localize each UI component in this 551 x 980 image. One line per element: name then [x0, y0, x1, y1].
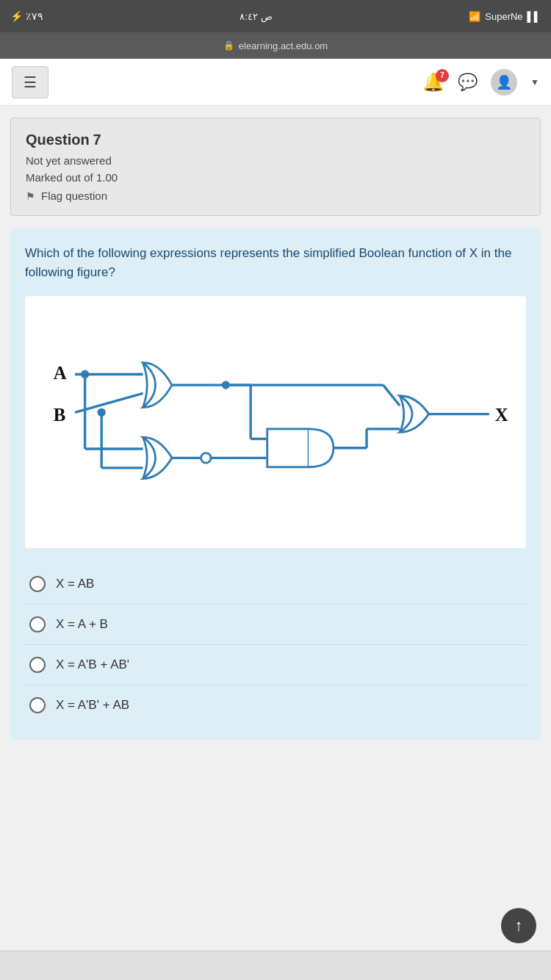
dropdown-arrow-icon[interactable]: ▼	[530, 77, 539, 87]
scroll-up-icon: ↑	[515, 916, 523, 935]
radio-button-4[interactable]	[29, 697, 46, 713]
scroll-up-button[interactable]: ↑	[501, 908, 536, 943]
status-right: 📶 SuperNe ▌▌	[469, 11, 541, 22]
answer-text-1: X = AB	[56, 577, 94, 591]
signal-bars: ▌▌	[527, 11, 541, 22]
lock-icon: 🔒	[223, 40, 234, 51]
radio-button-2[interactable]	[29, 616, 46, 633]
status-center: ص ٨:٤٢	[43, 11, 469, 22]
flag-question-button[interactable]: ⚑ Flag question	[26, 190, 525, 202]
battery-icon: ⚡ ٪٧٩	[10, 10, 43, 22]
nav-bar: ☰ 🔔 7 💬 👤 ▼	[0, 59, 551, 106]
notification-bell[interactable]: 🔔 7	[422, 72, 444, 93]
svg-rect-16	[267, 429, 309, 467]
answer-option-1[interactable]: X = AB	[25, 564, 526, 605]
answer-options: X = AB X = A + B X = A'B + AB' X = A'B' …	[25, 564, 526, 725]
svg-point-11	[201, 453, 212, 463]
chat-icon[interactable]: 💬	[458, 73, 478, 92]
svg-point-24	[81, 370, 89, 378]
url-text: elearning.act.edu.om	[239, 40, 328, 51]
bottom-bar	[0, 951, 551, 980]
question-info-box: Question 7 Not yet answered Marked out o…	[10, 118, 541, 216]
radio-button-3[interactable]	[29, 657, 46, 673]
answer-option-2[interactable]: X = A + B	[25, 605, 526, 645]
avatar-icon: 👤	[496, 74, 512, 90]
question-body: Which of the following expressions repre…	[10, 228, 541, 740]
avatar[interactable]: 👤	[491, 69, 517, 96]
answer-option-4[interactable]: X = A'B' + AB	[25, 685, 526, 725]
svg-text:X: X	[495, 404, 508, 424]
flag-icon: ⚑	[26, 190, 35, 202]
svg-point-23	[98, 408, 106, 416]
notification-badge: 7	[436, 69, 449, 82]
wifi-icon: 📶	[469, 11, 480, 22]
svg-text:B: B	[54, 404, 66, 424]
network-name: SuperNe	[485, 11, 522, 22]
status-left: ⚡ ٪٧٩	[10, 10, 43, 22]
question-text: Which of the following expressions repre…	[25, 244, 526, 283]
question-marked: Marked out of 1.00	[26, 171, 525, 184]
circuit-diagram-svg: A B X	[35, 306, 516, 538]
answer-text-4: X = A'B' + AB	[56, 698, 129, 713]
logic-gate-diagram: A B X	[25, 296, 526, 549]
flag-label: Flag question	[41, 190, 107, 202]
svg-point-25	[222, 381, 230, 389]
answer-text-2: X = A + B	[56, 617, 108, 632]
answer-text-3: X = A'B + AB'	[56, 657, 129, 672]
hamburger-icon: ☰	[24, 73, 37, 91]
nav-actions: 🔔 7 💬 👤 ▼	[422, 69, 539, 96]
svg-text:A: A	[54, 363, 67, 383]
url-bar: 🔒 elearning.act.edu.om	[0, 32, 551, 59]
status-bar: ⚡ ٪٧٩ ص ٨:٤٢ 📶 SuperNe ▌▌	[0, 0, 551, 32]
status-time: ص ٨:٤٢	[240, 11, 272, 22]
question-title: Question 7	[26, 131, 525, 148]
answer-option-3[interactable]: X = A'B + AB'	[25, 645, 526, 685]
menu-button[interactable]: ☰	[12, 66, 48, 98]
radio-button-1[interactable]	[29, 576, 46, 592]
question-status: Not yet answered	[26, 154, 525, 167]
